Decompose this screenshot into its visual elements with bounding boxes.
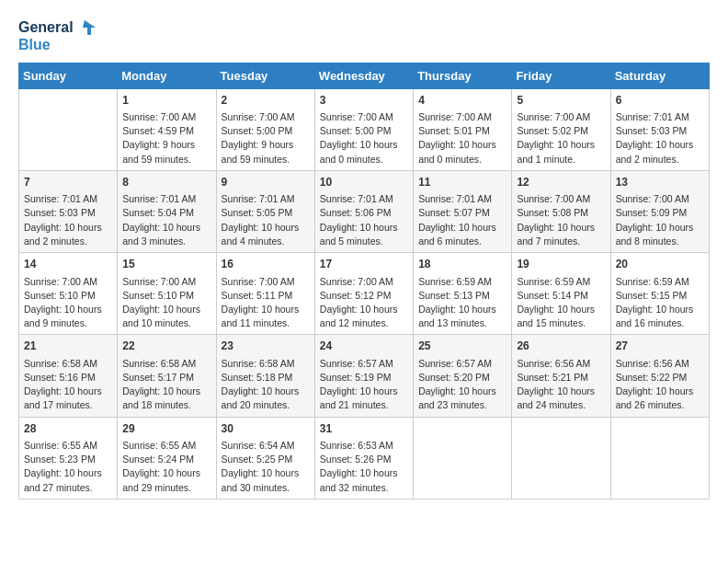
day-number: 9 xyxy=(222,175,310,190)
calendar-cell: 18Sunrise: 6:59 AM Sunset: 5:13 PM Dayli… xyxy=(414,253,512,335)
day-info: Sunrise: 7:00 AM Sunset: 5:09 PM Dayligh… xyxy=(616,192,704,248)
day-number: 10 xyxy=(320,175,408,190)
day-info: Sunrise: 7:00 AM Sunset: 5:00 PM Dayligh… xyxy=(222,110,310,167)
day-info: Sunrise: 6:59 AM Sunset: 5:14 PM Dayligh… xyxy=(517,275,605,331)
header-monday: Monday xyxy=(118,63,216,88)
header-sunday: Sunday xyxy=(19,63,118,88)
calendar-table: SundayMondayTuesdayWednesdayThursdayFrid… xyxy=(18,63,710,500)
calendar-cell: 27Sunrise: 6:56 AM Sunset: 5:22 PM Dayli… xyxy=(610,335,709,417)
calendar-cell: 13Sunrise: 7:00 AM Sunset: 5:09 PM Dayli… xyxy=(610,170,709,252)
day-info: Sunrise: 6:55 AM Sunset: 5:23 PM Dayligh… xyxy=(24,439,112,495)
header-friday: Friday xyxy=(512,63,610,88)
day-info: Sunrise: 6:57 AM Sunset: 5:19 PM Dayligh… xyxy=(320,357,408,413)
day-info: Sunrise: 7:00 AM Sunset: 5:10 PM Dayligh… xyxy=(122,275,210,331)
calendar-cell: 20Sunrise: 6:59 AM Sunset: 5:15 PM Dayli… xyxy=(610,253,709,335)
day-info: Sunrise: 6:59 AM Sunset: 5:15 PM Dayligh… xyxy=(616,275,704,331)
header-thursday: Thursday xyxy=(414,63,512,88)
calendar-cell xyxy=(19,88,118,170)
logo-mark: General Blue xyxy=(18,18,96,53)
calendar-cell: 28Sunrise: 6:55 AM Sunset: 5:23 PM Dayli… xyxy=(19,417,118,499)
calendar-cell: 29Sunrise: 6:55 AM Sunset: 5:24 PM Dayli… xyxy=(118,417,216,499)
day-info: Sunrise: 6:54 AM Sunset: 5:25 PM Dayligh… xyxy=(222,439,310,495)
day-number: 28 xyxy=(24,421,112,437)
day-info: Sunrise: 7:00 AM Sunset: 5:08 PM Dayligh… xyxy=(517,192,605,248)
page-header: General Blue xyxy=(18,18,710,53)
day-number: 22 xyxy=(122,339,210,354)
calendar-cell: 7Sunrise: 7:01 AM Sunset: 5:03 PM Daylig… xyxy=(19,170,118,252)
calendar-cell: 16Sunrise: 7:00 AM Sunset: 5:11 PM Dayli… xyxy=(216,253,314,335)
day-number: 6 xyxy=(616,93,704,109)
calendar-cell: 22Sunrise: 6:58 AM Sunset: 5:17 PM Dayli… xyxy=(118,335,216,417)
day-number: 25 xyxy=(418,339,506,354)
calendar-cell: 9Sunrise: 7:01 AM Sunset: 5:05 PM Daylig… xyxy=(216,170,314,252)
day-info: Sunrise: 6:56 AM Sunset: 5:21 PM Dayligh… xyxy=(517,357,605,413)
logo-bird-icon xyxy=(75,18,96,37)
day-number: 31 xyxy=(320,421,408,437)
day-info: Sunrise: 6:59 AM Sunset: 5:13 PM Dayligh… xyxy=(418,275,506,331)
day-number: 16 xyxy=(222,257,310,272)
header-saturday: Saturday xyxy=(610,63,709,88)
day-number: 23 xyxy=(222,339,310,354)
calendar-cell: 24Sunrise: 6:57 AM Sunset: 5:19 PM Dayli… xyxy=(314,335,413,417)
calendar-week-1: 1Sunrise: 7:00 AM Sunset: 4:59 PM Daylig… xyxy=(19,88,710,170)
day-number: 8 xyxy=(122,175,210,190)
day-info: Sunrise: 7:01 AM Sunset: 5:05 PM Dayligh… xyxy=(222,192,310,248)
calendar-cell: 23Sunrise: 6:58 AM Sunset: 5:18 PM Dayli… xyxy=(216,335,314,417)
day-number: 26 xyxy=(517,339,605,354)
day-number: 17 xyxy=(320,257,408,272)
calendar-cell: 11Sunrise: 7:01 AM Sunset: 5:07 PM Dayli… xyxy=(414,170,512,252)
calendar-cell: 25Sunrise: 6:57 AM Sunset: 5:20 PM Dayli… xyxy=(414,335,512,417)
calendar-cell: 26Sunrise: 6:56 AM Sunset: 5:21 PM Dayli… xyxy=(512,335,610,417)
day-number: 7 xyxy=(24,175,112,190)
calendar-cell: 3Sunrise: 7:00 AM Sunset: 5:00 PM Daylig… xyxy=(314,88,413,170)
day-info: Sunrise: 7:01 AM Sunset: 5:04 PM Dayligh… xyxy=(122,192,210,248)
day-number: 24 xyxy=(320,339,408,354)
day-info: Sunrise: 7:00 AM Sunset: 5:02 PM Dayligh… xyxy=(517,110,605,167)
calendar-cell: 2Sunrise: 7:00 AM Sunset: 5:00 PM Daylig… xyxy=(216,88,314,170)
day-info: Sunrise: 6:55 AM Sunset: 5:24 PM Dayligh… xyxy=(122,439,210,495)
day-info: Sunrise: 7:01 AM Sunset: 5:03 PM Dayligh… xyxy=(616,110,704,167)
calendar-cell: 21Sunrise: 6:58 AM Sunset: 5:16 PM Dayli… xyxy=(19,335,118,417)
calendar-cell: 6Sunrise: 7:01 AM Sunset: 5:03 PM Daylig… xyxy=(610,88,709,170)
calendar-cell: 5Sunrise: 7:00 AM Sunset: 5:02 PM Daylig… xyxy=(512,88,610,170)
day-info: Sunrise: 7:00 AM Sunset: 4:59 PM Dayligh… xyxy=(122,110,210,167)
day-info: Sunrise: 7:01 AM Sunset: 5:07 PM Dayligh… xyxy=(418,192,506,248)
day-number: 4 xyxy=(418,93,506,109)
day-number: 27 xyxy=(616,339,704,354)
day-info: Sunrise: 7:00 AM Sunset: 5:11 PM Dayligh… xyxy=(222,275,310,331)
calendar-cell xyxy=(512,417,610,499)
calendar-header-row: SundayMondayTuesdayWednesdayThursdayFrid… xyxy=(19,63,710,88)
calendar-cell: 12Sunrise: 7:00 AM Sunset: 5:08 PM Dayli… xyxy=(512,170,610,252)
day-info: Sunrise: 7:00 AM Sunset: 5:12 PM Dayligh… xyxy=(320,275,408,331)
day-info: Sunrise: 7:00 AM Sunset: 5:01 PM Dayligh… xyxy=(418,110,506,167)
header-tuesday: Tuesday xyxy=(216,63,314,88)
day-number: 3 xyxy=(320,93,408,109)
calendar-cell: 19Sunrise: 6:59 AM Sunset: 5:14 PM Dayli… xyxy=(512,253,610,335)
calendar-cell: 4Sunrise: 7:00 AM Sunset: 5:01 PM Daylig… xyxy=(414,88,512,170)
day-info: Sunrise: 7:00 AM Sunset: 5:10 PM Dayligh… xyxy=(24,275,112,331)
calendar-cell: 14Sunrise: 7:00 AM Sunset: 5:10 PM Dayli… xyxy=(19,253,118,335)
calendar-week-5: 28Sunrise: 6:55 AM Sunset: 5:23 PM Dayli… xyxy=(19,417,710,499)
day-info: Sunrise: 6:56 AM Sunset: 5:22 PM Dayligh… xyxy=(616,357,704,413)
calendar-cell: 31Sunrise: 6:53 AM Sunset: 5:26 PM Dayli… xyxy=(314,417,413,499)
day-number: 14 xyxy=(24,257,112,272)
header-wednesday: Wednesday xyxy=(314,63,413,88)
calendar-cell: 8Sunrise: 7:01 AM Sunset: 5:04 PM Daylig… xyxy=(118,170,216,252)
calendar-cell: 15Sunrise: 7:00 AM Sunset: 5:10 PM Dayli… xyxy=(118,253,216,335)
day-info: Sunrise: 6:58 AM Sunset: 5:17 PM Dayligh… xyxy=(122,357,210,413)
calendar-cell xyxy=(610,417,709,499)
day-number: 15 xyxy=(122,257,210,272)
day-number: 2 xyxy=(222,93,310,109)
day-number: 12 xyxy=(517,175,605,190)
calendar-cell: 10Sunrise: 7:01 AM Sunset: 5:06 PM Dayli… xyxy=(314,170,413,252)
day-number: 21 xyxy=(24,339,112,354)
calendar-cell: 30Sunrise: 6:54 AM Sunset: 5:25 PM Dayli… xyxy=(216,417,314,499)
day-number: 30 xyxy=(222,421,310,437)
day-number: 20 xyxy=(616,257,704,272)
day-number: 5 xyxy=(517,93,605,109)
calendar-week-4: 21Sunrise: 6:58 AM Sunset: 5:16 PM Dayli… xyxy=(19,335,710,417)
day-info: Sunrise: 6:58 AM Sunset: 5:16 PM Dayligh… xyxy=(24,357,112,413)
day-info: Sunrise: 6:53 AM Sunset: 5:26 PM Dayligh… xyxy=(320,439,408,495)
day-number: 13 xyxy=(616,175,704,190)
svg-marker-0 xyxy=(83,20,96,35)
